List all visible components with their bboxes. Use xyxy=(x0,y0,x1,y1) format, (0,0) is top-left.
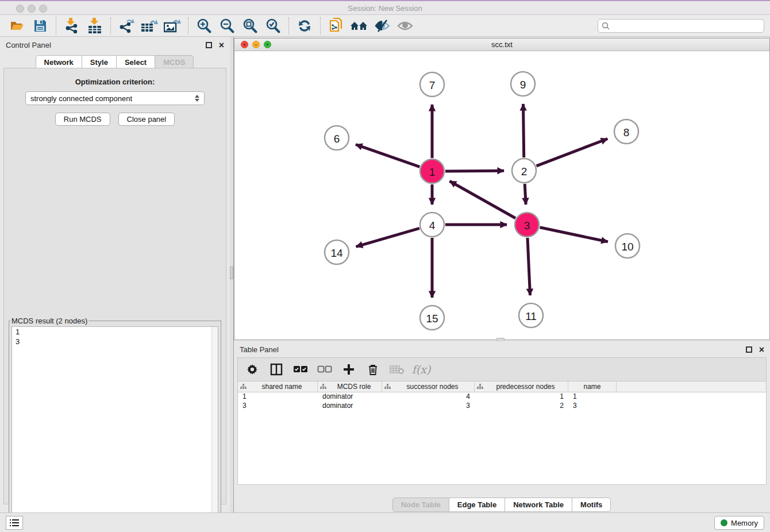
import-table-icon[interactable] xyxy=(83,17,106,35)
graph-edge-2-8[interactable] xyxy=(537,139,608,166)
session-title: Session: New Session xyxy=(0,4,770,13)
graph-node-3[interactable]: 3 xyxy=(515,213,539,237)
column-type-icon xyxy=(240,384,247,390)
column-header-successor-nodes[interactable]: successor nodes xyxy=(382,381,475,392)
graph-node-1[interactable]: 1 xyxy=(420,159,444,183)
table-panel-close-icon[interactable]: × xyxy=(759,346,764,353)
table-panel-title: Table Panel xyxy=(240,345,279,354)
table-cell[interactable]: dominator xyxy=(318,402,382,411)
table-row[interactable]: 1dominator411 xyxy=(238,392,766,402)
column-header-shared-name[interactable]: shared name xyxy=(238,381,318,392)
show-all-eye-icon[interactable] xyxy=(394,17,417,35)
result-scrollbar[interactable] xyxy=(211,327,218,529)
search-input[interactable] xyxy=(613,22,760,30)
control-panel-title: Control Panel xyxy=(6,41,51,49)
task-history-button[interactable] xyxy=(6,516,23,530)
network-window-titlebar[interactable]: × − + scc.txt xyxy=(234,38,769,51)
delete-column-trash-icon[interactable] xyxy=(365,362,380,377)
export-image-icon[interactable] xyxy=(161,17,184,35)
column-view-icon[interactable] xyxy=(269,362,284,377)
result-item[interactable]: 1 xyxy=(12,327,218,337)
network-view-window: × − + scc.txt 7968124314101511 xyxy=(234,38,770,340)
optimization-criterion-value: strongly connected component xyxy=(30,94,132,103)
application-window: Session: New Session xyxy=(0,0,770,532)
graph-edge-4-14[interactable] xyxy=(356,228,419,246)
network-graph[interactable]: 7968124314101511 xyxy=(234,51,769,340)
table-cell[interactable]: 1 xyxy=(238,392,318,402)
column-header-predecessor-nodes[interactable]: predecessor nodes xyxy=(475,381,568,392)
graph-node-6[interactable]: 6 xyxy=(325,126,349,150)
add-column-icon[interactable] xyxy=(341,362,356,377)
network-canvas[interactable]: 7968124314101511 xyxy=(234,51,769,340)
tab-edge-table[interactable]: Edge Table xyxy=(449,498,505,512)
table-cell[interactable]: 3 xyxy=(568,402,617,411)
control-panel-close-icon[interactable]: × xyxy=(219,42,224,48)
column-header-MCDS-role[interactable]: MCDS role xyxy=(318,381,382,392)
select-all-columns-icon[interactable] xyxy=(293,362,308,377)
graph-node-4[interactable]: 4 xyxy=(420,213,444,237)
table-panel-float-icon[interactable] xyxy=(746,346,752,353)
unselect-all-columns-icon[interactable] xyxy=(317,362,332,377)
graph-node-15[interactable]: 15 xyxy=(420,306,444,330)
search-box[interactable] xyxy=(598,19,764,33)
graph-node-2[interactable]: 2 xyxy=(512,159,536,183)
table-cell[interactable]: 2 xyxy=(475,402,568,411)
open-session-icon[interactable] xyxy=(6,17,29,35)
graph-node-9[interactable]: 9 xyxy=(511,72,535,96)
tab-node-table[interactable]: Node Table xyxy=(392,498,449,512)
table-cell[interactable]: 3 xyxy=(238,402,318,411)
graph-edge-3-11[interactable] xyxy=(528,238,530,295)
graph-edge-2-3[interactable] xyxy=(525,184,526,205)
graph-edge-3-10[interactable] xyxy=(540,228,608,242)
graph-node-8[interactable]: 8 xyxy=(614,119,638,144)
svg-text:14: 14 xyxy=(330,247,343,259)
status-bar: Memory xyxy=(0,512,770,532)
import-network-icon[interactable] xyxy=(60,17,83,35)
graph-node-14[interactable]: 14 xyxy=(325,240,349,264)
graph-edge-3-1[interactable] xyxy=(450,181,516,218)
save-session-icon[interactable] xyxy=(29,17,52,35)
export-table-icon[interactable] xyxy=(138,17,161,35)
export-network-icon[interactable] xyxy=(115,17,138,35)
graph-node-11[interactable]: 11 xyxy=(519,303,543,327)
tab-motifs[interactable]: Motifs xyxy=(572,498,611,512)
main-toolbar xyxy=(0,15,770,37)
svg-text:3: 3 xyxy=(524,219,530,232)
refresh-icon[interactable] xyxy=(293,17,316,35)
mcds-result-list[interactable]: 13 xyxy=(11,326,218,530)
table-settings-gear-icon[interactable] xyxy=(245,362,260,377)
close-panel-button[interactable]: Close panel xyxy=(118,113,175,126)
table-cell[interactable]: 4 xyxy=(382,392,475,402)
graph-edge-2-9[interactable] xyxy=(523,104,524,157)
svg-text:7: 7 xyxy=(429,79,436,91)
new-network-from-selection-icon[interactable] xyxy=(325,17,348,35)
table-cell[interactable]: 1 xyxy=(475,392,568,402)
hide-selected-eye-icon[interactable] xyxy=(371,17,394,35)
optimization-criterion-select[interactable]: strongly connected component xyxy=(25,91,205,105)
graph-edge-1-2[interactable] xyxy=(445,171,504,171)
svg-text:2: 2 xyxy=(521,165,528,178)
table-cell[interactable]: dominator xyxy=(318,392,382,402)
zoom-selected-icon[interactable] xyxy=(261,17,284,35)
search-icon xyxy=(602,22,610,30)
memory-button[interactable]: Memory xyxy=(714,516,764,530)
delete-table-icon[interactable] xyxy=(390,362,405,377)
first-neighbors-icon[interactable] xyxy=(348,17,371,35)
function-builder-icon[interactable]: f(x) xyxy=(414,362,429,377)
table-cell[interactable]: 1 xyxy=(568,392,617,402)
run-mcds-button[interactable]: Run MCDS xyxy=(55,113,110,126)
tab-network-table[interactable]: Network Table xyxy=(505,498,572,512)
zoom-out-icon[interactable] xyxy=(215,17,238,35)
control-panel-float-icon[interactable] xyxy=(206,42,212,48)
graph-edge-1-6[interactable] xyxy=(356,145,419,167)
zoom-fit-icon[interactable] xyxy=(238,17,261,35)
column-header-name[interactable]: name xyxy=(568,381,617,392)
result-item[interactable]: 3 xyxy=(12,337,218,346)
graph-node-7[interactable]: 7 xyxy=(420,72,444,97)
graph-node-10[interactable]: 10 xyxy=(615,234,640,258)
table-cell[interactable]: 3 xyxy=(382,402,475,411)
column-type-icon xyxy=(320,384,326,390)
panel-splitter[interactable] xyxy=(230,37,234,512)
table-row[interactable]: 3dominator323 xyxy=(238,402,766,411)
zoom-in-icon[interactable] xyxy=(192,17,215,35)
